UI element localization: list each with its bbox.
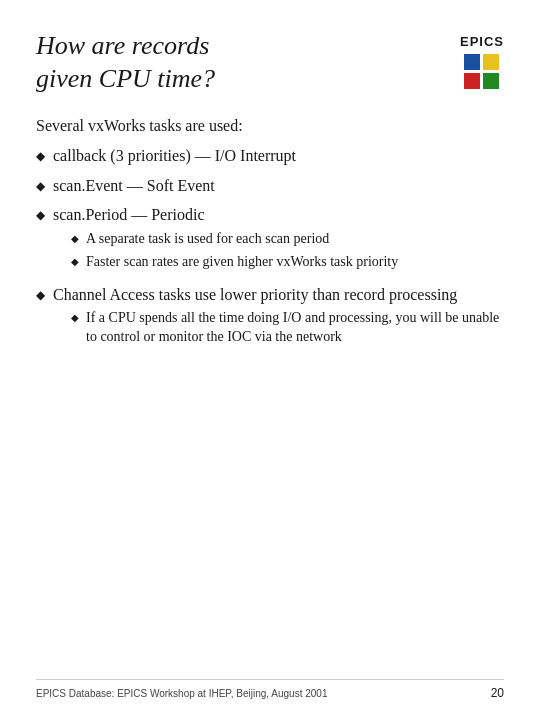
bullet-item-callback: ◆ callback (3 priorities) — I/O Interrup…: [36, 145, 504, 167]
sub-text-cpu-time: If a CPU spends all the time doing I/O a…: [86, 309, 504, 347]
epics-cell-green: [483, 73, 499, 89]
slide-header: How are records given CPU time? EPICS: [36, 30, 504, 95]
epics-cell-blue: [464, 54, 480, 70]
sub-text-separate-task: A separate task is used for each scan pe…: [86, 230, 504, 249]
diamond-icon-3: ◆: [36, 207, 45, 223]
title-block: How are records given CPU time?: [36, 30, 440, 95]
bullet-item-scanevent: ◆ scan.Event — Soft Event: [36, 175, 504, 197]
bullet-text-scanevent: scan.Event — Soft Event: [53, 175, 504, 197]
footer-page-number: 20: [491, 686, 504, 700]
diamond-icon-1: ◆: [36, 148, 45, 164]
slide-title: How are records given CPU time?: [36, 30, 440, 95]
sub-text-faster-scan: Faster scan rates are given higher vxWor…: [86, 253, 504, 272]
title-line2: given CPU time?: [36, 64, 215, 93]
bullet-item-channel-access: ◆ Channel Access tasks use lower priorit…: [36, 284, 504, 351]
sub-bullet-item-faster-scan: ◆ Faster scan rates are given higher vxW…: [71, 253, 504, 272]
slide-container: How are records given CPU time? EPICS Se…: [0, 0, 540, 720]
sub-bullet-list-ca: ◆ If a CPU spends all the time doing I/O…: [71, 309, 504, 347]
bullet-text-callback: callback (3 priorities) — I/O Interrupt: [53, 145, 504, 167]
sub-diamond-icon-3: ◆: [71, 311, 79, 325]
sub-diamond-icon-1: ◆: [71, 232, 79, 246]
slide-footer: EPICS Database: EPICS Workshop at IHEP, …: [36, 679, 504, 700]
bullet-text-scanperiod: scan.Period — Periodic ◆ A separate task…: [53, 204, 504, 275]
intro-text: Several vxWorks tasks are used:: [36, 117, 504, 135]
epics-grid: [464, 54, 499, 89]
slide-content: Several vxWorks tasks are used: ◆ callba…: [36, 117, 504, 679]
footer-citation: EPICS Database: EPICS Workshop at IHEP, …: [36, 688, 327, 699]
diamond-icon-2: ◆: [36, 178, 45, 194]
bullet-list: ◆ callback (3 priorities) — I/O Interrup…: [36, 145, 504, 359]
diamond-icon-4: ◆: [36, 287, 45, 303]
epics-cell-yellow: [483, 54, 499, 70]
sub-bullet-item-separate-task: ◆ A separate task is used for each scan …: [71, 230, 504, 249]
title-line1: How are records: [36, 31, 209, 60]
epics-label: EPICS: [460, 34, 504, 49]
bullet-item-scanperiod: ◆ scan.Period — Periodic ◆ A separate ta…: [36, 204, 504, 275]
epics-cell-red: [464, 73, 480, 89]
sub-bullet-item-cpu-time: ◆ If a CPU spends all the time doing I/O…: [71, 309, 504, 347]
epics-logo: EPICS: [460, 34, 504, 89]
sub-bullet-list-period: ◆ A separate task is used for each scan …: [71, 230, 504, 272]
sub-diamond-icon-2: ◆: [71, 255, 79, 269]
bullet-text-channel-access: Channel Access tasks use lower priority …: [53, 284, 504, 351]
